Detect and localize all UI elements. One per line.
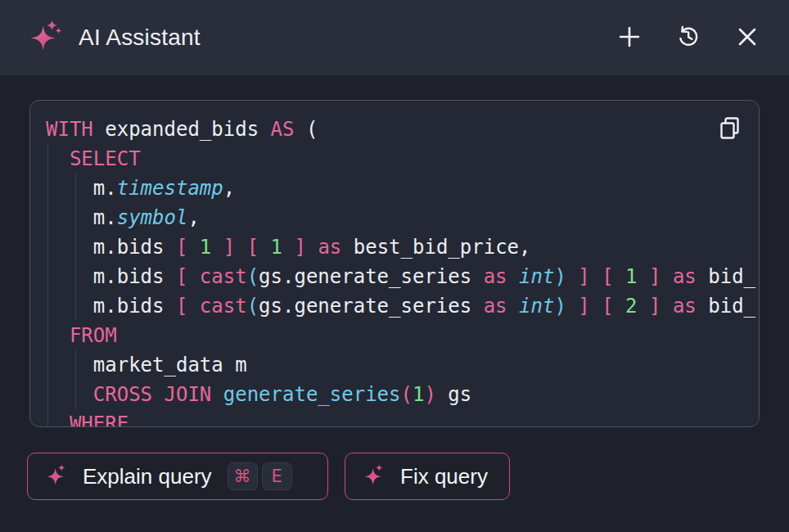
fix-query-button[interactable]: Fix query — [345, 453, 510, 500]
code-line: WITH expanded_bids AS ( — [46, 115, 758, 144]
assistant-actions: Explain query ⌘ E Fix query — [27, 453, 510, 500]
sparkle-icon — [46, 463, 69, 489]
code-line: market_data m — [46, 350, 758, 380]
code-lines: WITH expanded_bids AS ( SELECT m.timesta… — [46, 115, 758, 426]
header-actions — [617, 25, 760, 50]
explain-query-button[interactable]: Explain query ⌘ E — [27, 453, 328, 500]
explain-query-label: Explain query — [83, 464, 212, 489]
sparkle-icon — [29, 19, 62, 56]
assistant-header: AI Assistant — [0, 0, 789, 75]
code-line: m.bids [ 1 ] [ 1 ] as best_bid_price, — [46, 232, 758, 262]
close-button[interactable] — [735, 25, 760, 50]
header-title-group: AI Assistant — [29, 19, 201, 56]
code-line: m.timestamp, — [46, 174, 758, 203]
code-line: FROM — [46, 321, 758, 350]
shortcut-keys: ⌘ E — [228, 462, 292, 490]
code-line: CROSS JOIN generate_series(1) gs — [46, 380, 758, 409]
page-title: AI Assistant — [79, 25, 201, 51]
plus-icon — [617, 25, 642, 52]
code-line: WHERE — [46, 409, 758, 426]
code-line: m.bids [ cast(gs.generate_series as int)… — [46, 291, 758, 321]
code-line: m.bids [ cast(gs.generate_series as int)… — [46, 262, 758, 291]
new-chat-button[interactable] — [617, 25, 642, 50]
code-line: SELECT — [46, 144, 758, 174]
cmd-keycap: ⌘ — [228, 462, 258, 490]
copy-icon — [717, 115, 743, 145]
history-icon — [676, 25, 701, 52]
close-icon — [736, 25, 759, 51]
history-button[interactable] — [676, 25, 701, 50]
sql-code-block[interactable]: WITH expanded_bids AS ( SELECT m.timesta… — [29, 100, 760, 427]
fix-query-label: Fix query — [400, 464, 488, 489]
e-keycap: E — [262, 462, 292, 490]
copy-code-button[interactable] — [715, 115, 745, 144]
code-line: m.symbol, — [46, 203, 758, 232]
sparkle-icon — [363, 463, 386, 489]
